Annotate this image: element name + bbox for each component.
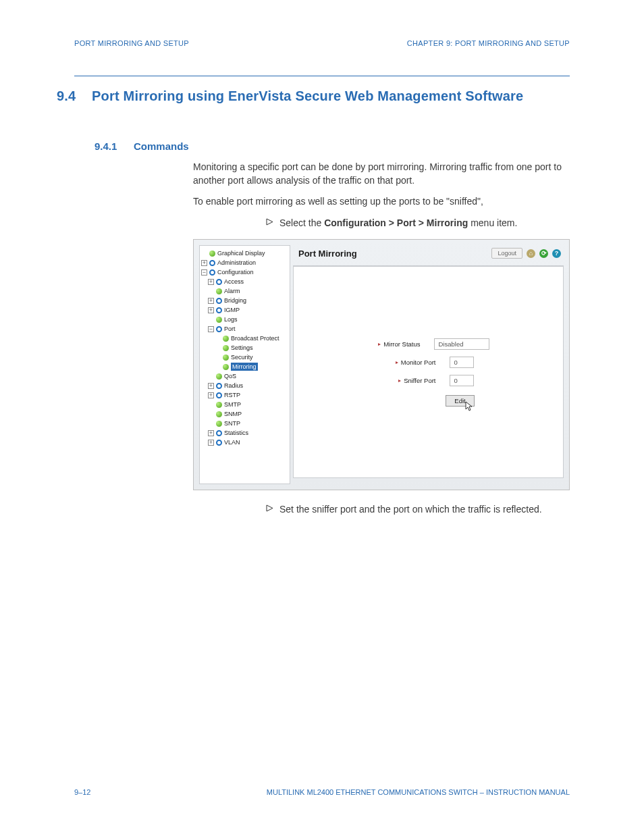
tree-item-label: SNMP [224, 410, 242, 418]
leaf-icon [223, 364, 229, 370]
page-number: 9–12 [74, 788, 90, 796]
svg-marker-0 [267, 219, 273, 225]
tree-item[interactable]: Broadcast Protect [201, 334, 288, 343]
tree-item-label: Graphical Display [217, 249, 265, 257]
leaf-icon [223, 355, 229, 361]
step-text: Set the sniffer port and the port on whi… [279, 502, 542, 516]
folder-icon [216, 392, 222, 398]
bullet-icon: ▸ [396, 359, 398, 365]
header-right: CHAPTER 9: PORT MIRRORING AND SETUP [407, 39, 570, 47]
running-header: PORT MIRRORING AND SETUP CHAPTER 9: PORT… [0, 0, 644, 47]
logout-button[interactable]: Logout [491, 248, 522, 259]
subsection-heading: 9.4.1 Commands [0, 104, 644, 152]
step-item: Set the sniffer port and the port on whi… [0, 490, 644, 516]
tree-item[interactable]: Logs [201, 315, 288, 324]
footer-doc-title: MULTILINK ML2400 ETHERNET COMMUNICATIONS… [267, 788, 570, 796]
tree-item[interactable]: SNTP [201, 419, 288, 428]
leaf-icon [216, 402, 222, 408]
form-row-mirror-status: ▸Mirror Status Disabled [368, 338, 489, 350]
tree-item[interactable]: Graphical Display [201, 249, 288, 258]
tree-item[interactable]: +VLAN [201, 438, 288, 447]
section-heading: 9.4 Port Mirroring using EnerVista Secur… [0, 76, 644, 104]
tree-item-label: SMTP [224, 400, 241, 409]
folder-icon [216, 279, 222, 285]
folder-icon [209, 260, 215, 266]
section-number: 9.4 [57, 88, 92, 104]
tree-item[interactable]: SNMP [201, 409, 288, 419]
tree-item[interactable]: −Configuration [201, 267, 288, 277]
screenshot-figure: Graphical Display+Administration−Configu… [193, 239, 570, 490]
form-row-monitor-port: ▸Monitor Port 0 [383, 357, 474, 368]
expand-icon[interactable]: + [208, 279, 214, 285]
tree-item[interactable]: +RSTP [201, 390, 288, 400]
subsection-title-text: Commands [134, 140, 189, 152]
field-label: Sniffer Port [404, 377, 435, 384]
tree-item-label: Settings [231, 344, 253, 352]
tree-item[interactable]: SMTP [201, 400, 288, 409]
tree-item-label: Security [231, 353, 253, 361]
tree-item[interactable]: +Administration [201, 258, 288, 267]
tree-item-label: SNTP [224, 419, 240, 427]
content-pane: Port Mirroring Logout ⌂ ⟳ ? ▸Mirror Stat… [293, 245, 564, 484]
content-header: Port Mirroring Logout ⌂ ⟳ ? [293, 245, 564, 266]
folder-icon [216, 440, 222, 446]
tree-item[interactable]: +Bridging [201, 296, 288, 305]
cursor-icon [464, 401, 474, 413]
tree-item[interactable]: +IGMP [201, 305, 288, 315]
step-text: Select the Configuration > Port > Mirror… [279, 216, 517, 230]
triangle-icon [266, 216, 274, 230]
triangle-icon [266, 502, 274, 516]
tree-item[interactable]: Settings [201, 343, 288, 353]
expand-icon[interactable]: + [208, 307, 214, 313]
paragraph: Monitoring a specific port can be done b… [0, 152, 644, 188]
expand-icon[interactable]: + [208, 383, 214, 389]
sniffer-port-field[interactable]: 0 [450, 375, 474, 386]
tree-item-label: Broadcast Protect [231, 334, 279, 342]
tree-item[interactable]: Security [201, 353, 288, 362]
expand-icon[interactable]: + [201, 260, 207, 266]
running-footer: 9–12 MULTILINK ML2400 ETHERNET COMMUNICA… [74, 788, 570, 796]
tree-item-label: Mirroring [231, 363, 258, 371]
tree-item[interactable]: +Access [201, 277, 288, 286]
tree-item[interactable]: +Statistics [201, 428, 288, 438]
expand-icon[interactable]: + [208, 430, 214, 436]
tree-item-label: Port [224, 325, 236, 333]
nav-tree[interactable]: Graphical Display+Administration−Configu… [199, 245, 290, 484]
form-row-sniffer-port: ▸Sniffer Port 0 [383, 375, 474, 386]
refresh-icon[interactable]: ⟳ [539, 249, 548, 258]
folder-icon [216, 383, 222, 389]
page-title: Port Mirroring [298, 249, 357, 259]
tree-item-label: Bridging [224, 296, 246, 305]
tree-item-label: Configuration [217, 268, 254, 276]
help-icon[interactable]: ? [552, 249, 561, 258]
tree-item-label: Radius [224, 382, 243, 390]
monitor-port-field[interactable]: 0 [450, 357, 474, 368]
folder-icon [216, 430, 222, 436]
step-item: Select the Configuration > Port > Mirror… [0, 208, 644, 230]
expand-icon[interactable]: + [208, 298, 214, 304]
collapse-icon[interactable]: − [208, 326, 214, 332]
tree-item[interactable]: Mirroring [201, 362, 288, 371]
tree-item-label: RSTP [224, 391, 240, 399]
collapse-icon[interactable]: − [201, 269, 207, 276]
leaf-icon [209, 251, 215, 257]
expand-icon[interactable]: + [208, 440, 214, 446]
expand-icon[interactable]: + [208, 392, 214, 398]
tree-item-label: Access [224, 278, 244, 286]
svg-marker-1 [267, 505, 273, 511]
tree-item-label: Administration [217, 259, 256, 267]
mirror-status-field[interactable]: Disabled [434, 338, 489, 350]
field-label: Monitor Port [401, 359, 436, 366]
folder-icon [216, 307, 222, 313]
tree-item[interactable]: Alarm [201, 286, 288, 296]
folder-icon [209, 269, 215, 276]
home-icon[interactable]: ⌂ [527, 249, 535, 258]
tree-item[interactable]: QoS [201, 371, 288, 381]
field-label: Mirror Status [383, 340, 420, 348]
tree-item[interactable]: −Port [201, 324, 288, 334]
tree-item-label: VLAN [224, 438, 240, 446]
bullet-icon: ▸ [378, 341, 381, 347]
tree-item[interactable]: +Radius [201, 381, 288, 390]
leaf-icon [223, 336, 229, 342]
leaf-icon [216, 317, 222, 323]
